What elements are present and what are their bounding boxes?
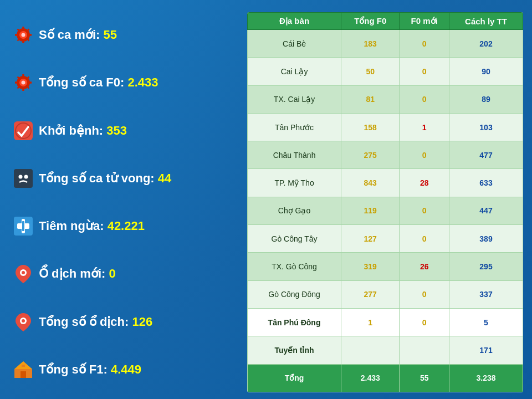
new-f0-cell: 0	[400, 280, 449, 308]
new-f0-cell: 0	[400, 85, 449, 113]
new-f0-cell: 0	[400, 141, 449, 169]
stat-row-new-cases: Số ca mới: 55	[9, 22, 242, 48]
location-cell: TP. Mỹ Tho	[248, 169, 341, 197]
svg-line-17	[18, 77, 20, 79]
new-cases-label: Số ca mới:	[39, 28, 100, 42]
svg-line-7	[27, 39, 29, 41]
recovered-value: 353	[106, 124, 127, 137]
cach-ly-cell: 89	[449, 85, 523, 113]
total-outbreaks-icon	[12, 311, 34, 333]
new-f0-cell: 28	[400, 169, 449, 197]
total-f1-text: Tổng số F1: 4.449	[39, 362, 141, 377]
total-f0-cell: 50	[341, 58, 400, 85]
total-f1-value: 4.449	[111, 362, 141, 376]
location-cell: Châu Thành	[248, 141, 341, 169]
new-f0-cell	[400, 336, 449, 364]
new-f0-cell: 0	[400, 308, 449, 336]
svg-line-19	[27, 77, 29, 79]
cach-ly-cell: 5	[449, 308, 523, 336]
left-panel: Số ca mới: 55 Tổng số ca F0: 2.433 Khởi …	[9, 12, 242, 392]
svg-point-21	[22, 81, 25, 85]
total-f0-cell: 1	[341, 308, 400, 336]
new-outbreaks-value: 0	[109, 267, 115, 280]
data-table: Địa bànTổng F0F0 mớiCách ly TT Cái Bè183…	[247, 12, 523, 392]
svg-line-6	[18, 29, 20, 32]
table-row: Tân Phú Đông105	[248, 308, 523, 336]
cach-ly-cell: 103	[449, 113, 523, 141]
stat-row-total-f0: Tổng số ca F0: 2.433	[9, 69, 242, 96]
location-cell: Chợ Gạo	[248, 197, 341, 224]
location-cell: Gò Công Tây	[248, 225, 341, 253]
total-f0-cell: 277	[341, 280, 400, 308]
table-header-0: Địa bàn	[248, 13, 341, 30]
table-row: TP. Mỹ Tho84328633	[248, 169, 523, 197]
new-f0-cell: 55	[400, 364, 449, 392]
location-cell: Tân Phước	[248, 113, 341, 141]
recovered-text: Khởi bệnh: 353	[39, 124, 127, 138]
svg-line-8	[27, 29, 29, 32]
svg-line-9	[18, 39, 20, 41]
svg-rect-22	[14, 121, 33, 140]
total-f0-label: Tổng số ca F0:	[39, 75, 124, 89]
total-f0-cell	[341, 336, 400, 364]
new-cases-text: Số ca mới: 55	[39, 28, 117, 42]
cach-ly-cell: 295	[449, 253, 523, 280]
table-row: Tổng2.433553.238	[248, 364, 523, 392]
total-outbreaks-text: Tổng số ổ dịch: 126	[39, 315, 152, 329]
table-header-2: F0 mới	[400, 13, 449, 30]
deaths-value: 44	[158, 171, 171, 185]
new-cases-icon	[12, 24, 34, 46]
deaths-label: Tổng số ca tử vong:	[39, 171, 155, 185]
new-f0-cell: 0	[400, 225, 449, 253]
svg-rect-30	[22, 221, 24, 231]
total-outbreaks-value: 126	[132, 315, 152, 329]
new-f0-cell: 0	[400, 30, 449, 58]
new-outbreaks-icon	[12, 263, 34, 285]
location-cell: Tân Phú Đông	[248, 308, 341, 336]
table-row: Cai Lậy50090	[248, 58, 523, 85]
table-row: Châu Thành2750477	[248, 141, 523, 169]
stat-row-vaccinated: Tiêm ngừa: 42.221	[9, 213, 242, 239]
stat-row-deaths: Tổng số ca tử vong: 44	[9, 165, 242, 192]
svg-point-25	[19, 175, 23, 178]
total-f0-value: 2.433	[127, 75, 158, 89]
stat-row-recovered: Khởi bệnh: 353	[9, 117, 242, 144]
total-f0-cell: 183	[341, 30, 400, 58]
total-f0-text: Tổng số ca F0: 2.433	[39, 75, 158, 90]
recovered-label: Khởi bệnh:	[39, 124, 103, 137]
total-f0-cell: 119	[341, 197, 400, 224]
table-row: Cái Bè1830202	[248, 30, 523, 58]
svg-rect-24	[14, 169, 33, 188]
svg-rect-36	[21, 371, 26, 378]
cach-ly-cell: 389	[449, 225, 523, 253]
total-f0-cell: 2.433	[341, 364, 400, 392]
total-f1-label: Tổng số F1:	[39, 362, 108, 376]
total-f0-cell: 127	[341, 225, 400, 253]
table-header-row: Địa bànTổng F0F0 mớiCách ly TT	[248, 13, 523, 30]
vaccinated-icon	[12, 215, 34, 237]
cach-ly-cell: 90	[449, 58, 523, 85]
new-f0-cell: 26	[400, 253, 449, 280]
deaths-icon	[12, 167, 34, 190]
right-panel: Địa bànTổng F0F0 mớiCách ly TT Cái Bè183…	[247, 12, 523, 392]
total-f0-cell: 158	[341, 113, 400, 141]
location-cell: Tuyến tỉnh	[248, 336, 341, 364]
svg-point-34	[22, 319, 25, 323]
location-cell: TX. Cai Lậy	[248, 85, 341, 113]
location-cell: Gò Công Đông	[248, 280, 341, 308]
content-area: Số ca mới: 55 Tổng số ca F0: 2.433 Khởi …	[9, 12, 523, 392]
vaccinated-value: 42.221	[108, 219, 145, 233]
vaccinated-text: Tiêm ngừa: 42.221	[39, 219, 145, 233]
new-outbreaks-label: Ổ dịch mới:	[39, 267, 105, 280]
cach-ly-cell: 477	[449, 141, 523, 169]
table-header-1: Tổng F0	[341, 13, 400, 30]
cach-ly-cell: 3.238	[449, 364, 523, 392]
total-f0-cell: 319	[341, 253, 400, 280]
location-cell: Cai Lậy	[248, 58, 341, 85]
stat-row-new-outbreaks: Ổ dịch mới: 0	[9, 260, 242, 287]
cach-ly-cell: 171	[449, 336, 523, 364]
table-row: TX. Cai Lậy81089	[248, 85, 523, 113]
stat-row-total-outbreaks: Tổng số ổ dịch: 126	[9, 309, 242, 335]
new-cases-value: 55	[104, 28, 117, 42]
svg-line-20	[18, 86, 20, 89]
